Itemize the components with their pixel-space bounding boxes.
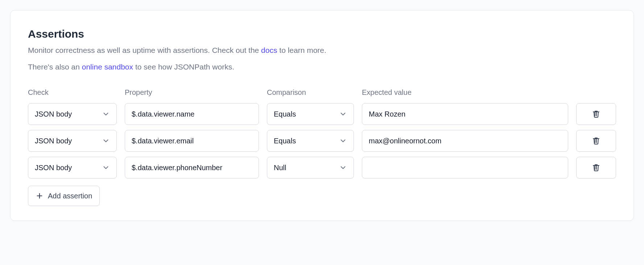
trash-icon [592,163,600,172]
expected-value-input[interactable] [362,157,568,178]
sandbox-link[interactable]: online sandbox [82,63,133,71]
section-heading: Assertions [28,28,616,40]
expected-value-input[interactable] [362,130,568,152]
description-text: to see how JSONPath works. [133,63,234,71]
chevron-down-icon [339,137,347,145]
add-assertion-label: Add assertion [48,192,92,200]
comparison-select[interactable]: Equals [267,130,354,152]
docs-link[interactable]: docs [261,46,277,54]
comparison-select[interactable]: Null [267,157,354,178]
col-header-comparison: Comparison [267,88,354,97]
add-assertion-button[interactable]: Add assertion [28,186,100,206]
property-input[interactable] [125,130,259,152]
assertions-grid: Check Property Comparison Expected value… [28,88,616,206]
col-header-property: Property [125,88,259,97]
expected-value-input[interactable] [362,103,568,125]
trash-icon [592,110,600,118]
trash-icon [592,136,600,145]
comparison-select[interactable]: Equals [267,103,354,125]
check-select[interactable]: JSON body [28,157,117,178]
property-input[interactable] [125,103,259,125]
delete-assertion-button[interactable] [576,157,616,178]
check-select[interactable]: JSON body [28,130,117,152]
col-header-check: Check [28,88,117,97]
comparison-select-value: Equals [274,137,296,145]
delete-assertion-button[interactable] [576,130,616,152]
property-input[interactable] [125,157,259,178]
chevron-down-icon [102,164,110,172]
description-line-1: Monitor correctness as well as uptime wi… [28,45,616,56]
check-select-value: JSON body [35,164,72,172]
assertion-row: JSON body Equals [28,103,616,125]
chevron-down-icon [339,110,347,118]
assertion-row: JSON body Null [28,157,616,178]
description-text: Monitor correctness as well as uptime wi… [28,46,261,54]
chevron-down-icon [102,110,110,118]
comparison-select-value: Null [274,164,286,172]
description-text: to learn more. [277,46,326,54]
grid-header-row: Check Property Comparison Expected value [28,88,616,97]
delete-assertion-button[interactable] [576,103,616,125]
plus-icon [36,192,44,200]
description-line-2: There's also an online sandbox to see ho… [28,61,616,73]
description-text: There's also an [28,63,82,71]
chevron-down-icon [102,137,110,145]
check-select[interactable]: JSON body [28,103,117,125]
chevron-down-icon [339,164,347,172]
assertions-card: Assertions Monitor correctness as well a… [10,10,634,221]
comparison-select-value: Equals [274,110,296,118]
col-header-expected: Expected value [362,88,568,97]
assertion-row: JSON body Equals [28,130,616,152]
check-select-value: JSON body [35,137,72,145]
check-select-value: JSON body [35,110,72,118]
